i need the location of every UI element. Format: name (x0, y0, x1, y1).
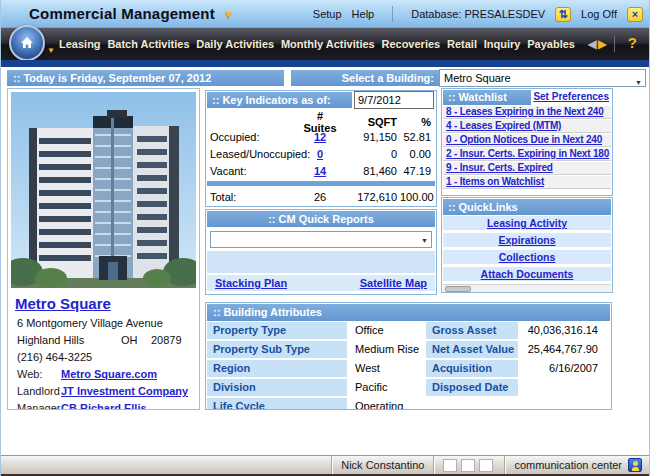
row-label: Leased/Unoccupied: (206, 148, 302, 160)
status-cell (479, 459, 493, 472)
list-item: 4 - Leases Expired (MTM) (443, 120, 611, 133)
leased-unoccupied-pct: 0.00 (400, 148, 434, 160)
status-user-section: Nick Constantino (331, 456, 433, 474)
attr-label-division: Division (207, 379, 347, 396)
nav-back-arrow-icon[interactable]: ◀ (588, 37, 597, 51)
nav-forward-arrow-icon[interactable]: ▶ (598, 37, 607, 51)
attr-label-region: Region (207, 360, 347, 377)
set-preferences-link[interactable]: Set Preferences (533, 91, 609, 102)
watchlist-link-leases-expired[interactable]: 4 - Leases Expired (MTM) (446, 120, 561, 131)
table-row: Property Type Office Gross Asset Value 4… (207, 322, 610, 339)
nav-item-monthly-activities[interactable]: Monthly Activities (281, 38, 375, 50)
setup-link[interactable]: Setup (313, 8, 342, 20)
building-attributes-title: :: Building Attributes (207, 304, 610, 321)
watchlist-link-certs-expiring[interactable]: 2 - Insur. Certs. Expiring in Next 180 (446, 148, 609, 159)
titlebar-divider (392, 6, 393, 22)
key-indicators-panel: :: Key Indicators as of: # Suites SQFT %… (205, 90, 437, 207)
watchlist-link-certs-expired[interactable]: 9 - Insur. Certs. Expired (446, 162, 553, 173)
app-menu-chevron-down-icon[interactable]: ▼ (223, 8, 234, 20)
attr-value-property-sub-type: Medium Rise (347, 341, 426, 358)
attr-value-disposed-date (518, 379, 610, 396)
occupied-suites-link[interactable]: 12 (302, 131, 338, 143)
attr-value-net-asset-value: 25,464,767.90 (518, 341, 610, 358)
attr-label-gross-asset-value: Gross Asset Value (426, 322, 518, 339)
main-nav-bar: ▼ Leasing Batch Activities Daily Activit… (1, 28, 650, 60)
nav-item-inquiry[interactable]: Inquiry (484, 38, 521, 50)
log-off-close-icon[interactable]: × (627, 7, 643, 22)
scrollbar-thumb[interactable] (445, 286, 471, 292)
watchlist-header: :: Watchlist Set Preferences (442, 89, 612, 106)
landlord-link[interactable]: JT Investment Company (61, 385, 188, 398)
nav-item-retail[interactable]: Retail (447, 38, 477, 50)
list-item: Leasing Activity (443, 216, 611, 230)
quick-reports-spacer (207, 251, 435, 273)
nav-item-daily-activities[interactable]: Daily Activities (196, 38, 274, 50)
quick-report-select[interactable]: ▼ (210, 231, 432, 248)
satellite-map-link[interactable]: Satellite Map (360, 277, 427, 289)
leased-unoccupied-suites-link[interactable]: 0 (302, 148, 338, 160)
watchlist-title: :: Watchlist (443, 90, 531, 105)
quicklink-leasing-activity[interactable]: Leasing Activity (487, 217, 567, 229)
property-landlord-line: Landlord JT Investment Company (17, 385, 199, 398)
nav-item-recoveries[interactable]: Recoveries (381, 38, 440, 50)
quicklink-attach-documents[interactable]: Attach Documents (481, 268, 574, 280)
key-indicators-separator (207, 181, 435, 186)
table-row-total: Total: 26 172,610 100.00 (206, 188, 436, 206)
nav-item-payables[interactable]: Payables (527, 38, 575, 50)
status-cell (443, 459, 457, 472)
nav-help-icon[interactable]: ? (628, 34, 637, 51)
home-button[interactable] (9, 25, 45, 61)
today-date-bar: :: Today is Friday, September 07, 2012 (7, 70, 284, 86)
vacant-suites-link[interactable]: 14 (302, 165, 338, 177)
occupied-pct: 52.81 (400, 131, 434, 143)
key-indicators-date-input[interactable] (354, 91, 434, 109)
watchlist-link-items-on-watchlist[interactable]: 1 - Items on Watchlist (446, 176, 544, 187)
quicklink-expirations[interactable]: Expirations (498, 234, 555, 246)
cm-quick-reports-title: :: CM Quick Reports (207, 211, 435, 227)
table-row-leased-unoccupied: Leased/Unoccupied: 0 0 0.00 (206, 145, 436, 162)
nav-item-leasing[interactable]: Leasing (59, 38, 101, 50)
web-label: Web: (17, 368, 61, 381)
log-off-label[interactable]: Log Off (581, 8, 617, 20)
stacking-plan-link[interactable]: Stacking Plan (215, 277, 287, 289)
row-label: Vacant: (206, 165, 302, 177)
building-select[interactable]: Metro Square ▼ (439, 69, 646, 87)
status-bar: Nick Constantino communication center (1, 455, 650, 474)
watchlist-link-option-notices[interactable]: 0 - Option Notices Due in Next 240 (446, 134, 602, 145)
property-city: Highland Hills (17, 334, 121, 347)
communication-center-section[interactable]: communication center (504, 456, 650, 474)
nav-scroll-arrows: ◀ ▶ (588, 28, 607, 60)
property-name-link[interactable]: Metro Square (15, 295, 111, 312)
attr-label-property-type: Property Type (207, 322, 347, 339)
property-address-line: 6 Montgomery Village Avenue (17, 317, 199, 330)
watchlist-link-leases-expiring[interactable]: 8 - Leases Expiring in the Next 240 (446, 106, 604, 117)
database-label: Database: PRESALESDEV (411, 8, 545, 20)
quicklinks-hscrollbar[interactable] (443, 284, 611, 293)
table-row: Life Cycle Operating (207, 398, 610, 410)
key-indicators-header: :: Key Indicators as of: (206, 91, 436, 110)
help-link[interactable]: Help (352, 8, 375, 20)
home-chevron-down-icon[interactable]: ▼ (47, 46, 55, 55)
property-website-link[interactable]: Metro Square.com (61, 368, 157, 381)
manager-link[interactable]: CB Richard Ellis (61, 402, 147, 410)
communication-center-label[interactable]: communication center (514, 459, 622, 471)
list-item: 1 - Items on Watchlist (443, 176, 611, 189)
attr-label-acquisition-date: Acquisition Date (426, 360, 518, 377)
manager-label: Manager (17, 402, 61, 410)
status-cell (461, 459, 475, 472)
total-suites: 26 (302, 191, 338, 203)
database-switch-icon[interactable]: ⇅ (555, 7, 571, 22)
property-street: 6 Montgomery Village Avenue (17, 317, 163, 330)
total-sqft: 172,610 (338, 191, 400, 203)
nav-divider (614, 36, 615, 52)
quick-report-chevron-down-icon: ▼ (421, 237, 428, 244)
communication-center-icon[interactable] (628, 458, 642, 472)
nav-item-batch-activities[interactable]: Batch Activities (107, 38, 189, 50)
attr-value-acquisition-date: 6/16/2007 (518, 360, 610, 377)
cm-quick-reports-panel: :: CM Quick Reports ▼ Stacking Plan Sate… (205, 209, 437, 295)
title-bar: Commercial Management ▼ Setup Help Datab… (1, 0, 650, 28)
attr-label-life-cycle: Life Cycle (207, 398, 347, 410)
attr-value-gross-asset-value: 40,036,316.14 (518, 322, 610, 339)
attr-label-property-sub-type: Property Sub Type (207, 341, 347, 358)
quicklink-collections[interactable]: Collections (499, 251, 556, 263)
